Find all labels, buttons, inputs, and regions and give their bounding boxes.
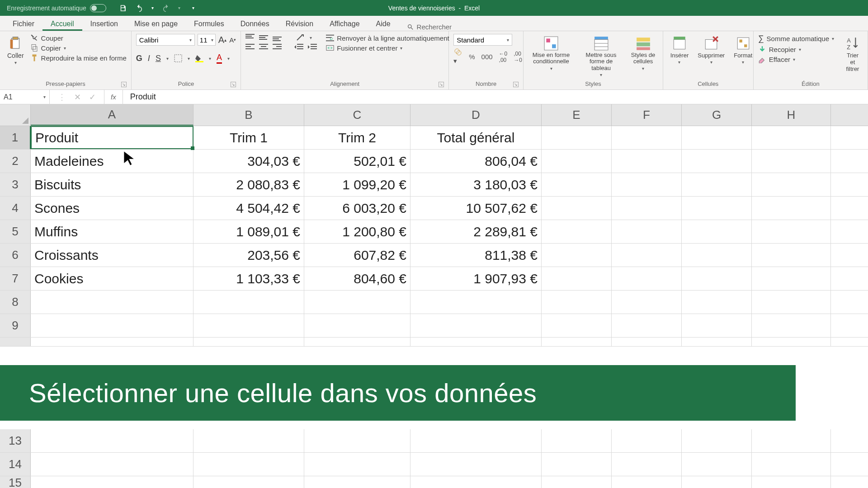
cell-b1[interactable]: Trim 1 (193, 126, 304, 149)
save-icon[interactable] (119, 4, 127, 12)
row-header-1[interactable]: 1 (0, 126, 31, 149)
formula-input[interactable]: Produit (123, 92, 868, 102)
wrap-text-button[interactable]: Renvoyer à la ligne automatiquement (326, 34, 449, 42)
cell-b4[interactable]: 4 504,42 € (193, 197, 304, 220)
cell-a7[interactable]: Cookies (31, 267, 193, 290)
dialog-launcher-icon[interactable]: ↘ (439, 82, 444, 87)
cell-c6[interactable]: 607,82 € (304, 244, 410, 267)
fx-label[interactable]: fx (104, 90, 123, 104)
decrease-indent-icon[interactable] (294, 44, 303, 51)
fill-color-button[interactable] (195, 54, 203, 62)
increase-font-icon[interactable]: A▴ (218, 35, 226, 45)
cell-c2[interactable]: 502,01 € (304, 150, 410, 173)
col-header-f[interactable]: F (612, 104, 682, 126)
underline-button[interactable]: S (156, 54, 161, 63)
underline-caret[interactable]: ▾ (166, 56, 169, 61)
col-header-a[interactable]: A (31, 104, 193, 126)
cell-b7[interactable]: 1 103,33 € (193, 267, 304, 290)
comma-button[interactable]: 000 (481, 53, 493, 61)
row-header-4[interactable]: 4 (0, 197, 31, 220)
tab-mise-en-page[interactable]: Mise en page (126, 16, 186, 31)
spreadsheet-grid[interactable]: A B C D E F G H 1 Produit Trim 1 Trim 2 … (0, 104, 868, 347)
cell-styles-button[interactable]: Styles de cellules▾ (628, 34, 658, 73)
row-header-2[interactable]: 2 (0, 150, 31, 173)
merge-center-button[interactable]: Fusionner et centrer ▾ (326, 44, 449, 52)
cut-button[interactable]: Couper (30, 34, 127, 42)
row-header-6[interactable]: 6 (0, 244, 31, 267)
tab-accueil[interactable]: Accueil (42, 16, 82, 31)
redo-caret[interactable]: ▾ (178, 5, 180, 10)
cell-b6[interactable]: 203,56 € (193, 244, 304, 267)
tab-donnees[interactable]: Données (232, 16, 278, 31)
dialog-launcher-icon[interactable]: ↘ (231, 82, 236, 87)
cell-a6[interactable]: Croissants (31, 244, 193, 267)
percent-button[interactable]: % (469, 53, 475, 61)
cell-c3[interactable]: 1 099,20 € (304, 173, 410, 196)
autosum-button[interactable]: ∑Somme automatique ▾ (758, 34, 834, 43)
row-header-10[interactable] (0, 338, 31, 346)
font-size-select[interactable]: 11▾ (198, 34, 216, 46)
qat-customize-caret[interactable]: ▾ (192, 5, 194, 10)
row-header-7[interactable]: 7 (0, 267, 31, 290)
font-color-button[interactable]: A (217, 53, 222, 64)
cell-d1[interactable]: Total général (410, 126, 542, 149)
enter-icon[interactable]: ✓ (89, 92, 96, 102)
align-right-icon[interactable] (273, 44, 282, 51)
sort-filter-button[interactable]: AZTrier et filtrer (842, 34, 863, 74)
italic-button[interactable]: I (148, 54, 150, 63)
cell-d4[interactable]: 10 507,62 € (410, 197, 542, 220)
tab-insertion[interactable]: Insertion (82, 16, 126, 31)
orientation-icon[interactable] (296, 34, 305, 41)
row-header-9[interactable]: 9 (0, 314, 31, 337)
col-header-c[interactable]: C (304, 104, 410, 126)
align-middle-icon[interactable] (259, 34, 268, 41)
cell-a2[interactable]: Madeleines (31, 150, 193, 173)
tab-affichage[interactable]: Affichage (321, 16, 368, 31)
col-header-d[interactable]: D (410, 104, 542, 126)
row-header-8[interactable]: 8 (0, 291, 31, 314)
undo-caret[interactable]: ▾ (151, 5, 154, 10)
tab-revision[interactable]: Révision (278, 16, 321, 31)
cell-a1[interactable]: Produit (31, 126, 193, 149)
row-header-14[interactable]: 14 (0, 453, 31, 476)
dialog-launcher-icon[interactable]: ↘ (121, 82, 127, 87)
col-header-h[interactable]: H (752, 104, 831, 126)
cell-d5[interactable]: 2 289,81 € (410, 220, 542, 243)
copy-button[interactable]: Copier ▾ (30, 44, 127, 52)
dialog-launcher-icon[interactable]: ↘ (513, 82, 519, 87)
undo-icon[interactable] (135, 4, 143, 12)
increase-indent-icon[interactable] (308, 44, 317, 51)
cell-e1[interactable] (542, 126, 612, 149)
autosave-toggle[interactable]: Enregistrement automatique (7, 4, 106, 12)
row-header-5[interactable]: 5 (0, 220, 31, 243)
tab-formules[interactable]: Formules (186, 16, 232, 31)
bold-button[interactable]: G (136, 54, 142, 63)
cell-c7[interactable]: 804,60 € (304, 267, 410, 290)
paste-button[interactable]: Coller ▾ (5, 34, 27, 67)
clear-button[interactable]: Effacer ▾ (758, 55, 834, 63)
cell-d7[interactable]: 1 907,93 € (410, 267, 542, 290)
cell-d2[interactable]: 806,04 € (410, 150, 542, 173)
cell-f1[interactable] (612, 126, 682, 149)
toggle-switch[interactable] (90, 4, 106, 12)
cell-b3[interactable]: 2 080,83 € (193, 173, 304, 196)
col-header-g[interactable]: G (682, 104, 752, 126)
row-header-3[interactable]: 3 (0, 173, 31, 196)
cell-a4[interactable]: Scones (31, 197, 193, 220)
fill-button[interactable]: Recopier ▾ (758, 45, 834, 53)
delete-cells-button[interactable]: Supprimer▾ (695, 34, 727, 66)
border-button[interactable] (174, 54, 182, 62)
cell-c4[interactable]: 6 003,20 € (304, 197, 410, 220)
col-header-b[interactable]: B (193, 104, 304, 126)
cell-d6[interactable]: 811,38 € (410, 244, 542, 267)
decrease-font-icon[interactable]: A▾ (229, 36, 236, 44)
cell-h1[interactable] (752, 126, 831, 149)
cell-c1[interactable]: Trim 2 (304, 126, 410, 149)
redo-icon[interactable] (162, 4, 170, 12)
align-left-icon[interactable] (245, 44, 255, 51)
accounting-button[interactable]: ▾ (453, 48, 462, 65)
cell-b2[interactable]: 304,03 € (193, 150, 304, 173)
col-header-e[interactable]: E (542, 104, 612, 126)
row-header-15[interactable]: 15 (0, 476, 31, 488)
align-top-icon[interactable] (245, 34, 255, 41)
